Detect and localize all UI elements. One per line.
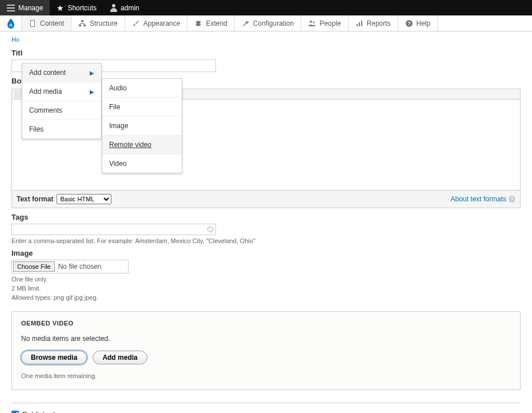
dropdown-files[interactable]: Files <box>22 120 101 138</box>
submenu-file[interactable]: File <box>102 98 182 117</box>
dropdown-add-media[interactable]: Add media ▶ <box>22 82 101 101</box>
svg-rect-4 <box>79 25 81 26</box>
menu-label: Extend <box>206 19 227 27</box>
tags-label: Tags <box>11 213 521 221</box>
menu-label: Appearance <box>143 19 181 27</box>
menu-label: Configuration <box>253 19 294 27</box>
file-hint-limit: 2 MB limit. <box>11 285 521 292</box>
choose-file-button[interactable]: Choose File <box>13 261 55 272</box>
editor-btn[interactable] <box>14 90 22 98</box>
dropdown-item-label: File <box>109 103 120 111</box>
svg-rect-10 <box>361 21 362 26</box>
autocomplete-icon <box>207 227 213 232</box>
text-format-label: Text format <box>17 195 53 203</box>
admin-menu-extend[interactable]: Extend <box>187 15 234 31</box>
shortcuts-label: Shortcuts <box>67 4 97 12</box>
svg-point-0 <box>9 23 13 27</box>
add-media-button[interactable]: Add media <box>93 351 147 364</box>
published-checkbox[interactable] <box>11 411 19 413</box>
reports-icon <box>355 19 363 27</box>
file-status: No file chosen <box>58 263 102 271</box>
puzzle-icon <box>194 19 202 27</box>
breadcrumb[interactable]: Ho <box>11 36 521 43</box>
admin-menu-structure[interactable]: Structure <box>71 15 125 31</box>
home-link[interactable] <box>0 15 22 31</box>
tags-hint: Enter a comma-separated list. For exampl… <box>11 237 521 244</box>
wrench-icon <box>242 19 250 27</box>
menu-label: Content <box>40 19 64 27</box>
hamburger-icon <box>7 5 15 11</box>
dropdown-item-label: Comments <box>29 106 62 114</box>
text-format-select[interactable]: Basic HTML <box>57 194 111 204</box>
svg-point-6 <box>310 21 312 23</box>
oembed-fieldset: OEMBED VIDEO No media items are selected… <box>11 311 521 390</box>
star-icon: ★ <box>57 4 64 12</box>
chevron-right-icon: ▶ <box>90 70 94 76</box>
dropdown-comments[interactable]: Comments <box>22 101 101 120</box>
admin-menu-content[interactable]: Content <box>22 15 71 31</box>
divider <box>11 403 521 403</box>
menu-label: Reports <box>367 19 391 27</box>
svg-rect-5 <box>83 25 86 26</box>
tags-input[interactable] <box>11 224 216 235</box>
admin-menu-appearance[interactable]: Appearance <box>125 15 188 31</box>
admin-menu: Content Structure Appearance Extend Conf… <box>0 15 532 31</box>
file-hint-types: Allowed types: png gif jpg jpeg. <box>11 294 521 301</box>
submenu-audio[interactable]: Audio <box>102 79 182 98</box>
dropdown-item-label: Image <box>109 122 128 130</box>
manage-label: Manage <box>18 4 43 12</box>
drupal-icon <box>6 17 16 30</box>
dropdown-add-content[interactable]: Add content ▶ <box>22 63 101 82</box>
svg-text:?: ? <box>407 21 411 26</box>
svg-point-7 <box>313 21 315 23</box>
editor-footer: Text format Basic HTML About text format… <box>12 190 520 208</box>
people-icon <box>308 19 316 27</box>
admin-menu-people[interactable]: People <box>301 15 348 31</box>
submenu-video[interactable]: Video <box>102 154 182 173</box>
user-icon <box>110 4 117 12</box>
svg-rect-9 <box>359 22 360 26</box>
about-formats-label: About text formats <box>451 195 506 203</box>
submenu-remote-video[interactable]: Remote video <box>102 136 182 154</box>
dropdown-item-label: Add content <box>29 69 66 77</box>
top-toolbar: Manage ★ Shortcuts admin <box>0 0 532 15</box>
menu-label: Help <box>417 19 431 27</box>
admin-menu-help[interactable]: ? Help <box>398 15 438 31</box>
title-label: Titl <box>11 49 521 57</box>
admin-menu-configuration[interactable]: Configuration <box>235 15 301 31</box>
dropdown-item-label: Remote video <box>109 141 151 149</box>
oembed-title: OEMBED VIDEO <box>21 320 511 327</box>
svg-rect-8 <box>357 24 358 26</box>
published-row[interactable]: Published <box>11 410 521 413</box>
svg-rect-3 <box>81 20 83 22</box>
svg-rect-2 <box>31 21 34 26</box>
manage-menu-toggle[interactable]: Manage <box>0 0 50 15</box>
brush-icon <box>132 19 140 27</box>
menu-label: Structure <box>90 19 118 27</box>
structure-icon <box>78 19 86 27</box>
image-label: Image <box>11 249 521 257</box>
help-circle-icon: ? <box>509 196 515 202</box>
dropdown-item-label: Add media <box>29 88 62 96</box>
browse-media-button[interactable]: Browse media <box>21 351 87 364</box>
admin-label: admin <box>121 4 139 12</box>
about-text-formats-link[interactable]: About text formats ? <box>451 195 515 203</box>
admin-menu-reports[interactable]: Reports <box>349 15 398 31</box>
oembed-remaining: One media item remaining. <box>21 372 511 379</box>
submenu-image[interactable]: Image <box>102 117 182 136</box>
add-media-submenu: Audio File Image Remote video Video <box>102 78 182 173</box>
oembed-no-items: No media items are selected. <box>21 335 511 343</box>
dropdown-item-label: Video <box>109 160 126 168</box>
help-icon: ? <box>405 19 413 27</box>
chevron-right-icon: ▶ <box>90 89 94 95</box>
published-label: Published <box>22 410 55 413</box>
shortcuts-link[interactable]: ★ Shortcuts <box>50 0 103 15</box>
menu-label: People <box>319 19 341 27</box>
dropdown-item-label: Files <box>29 125 43 133</box>
dropdown-item-label: Audio <box>109 84 127 92</box>
user-link[interactable]: admin <box>103 0 146 15</box>
content-dropdown: Add content ▶ Add media ▶ Comments Files <box>22 63 102 139</box>
file-hint-one: One file only. <box>11 276 521 283</box>
file-icon <box>29 19 37 27</box>
